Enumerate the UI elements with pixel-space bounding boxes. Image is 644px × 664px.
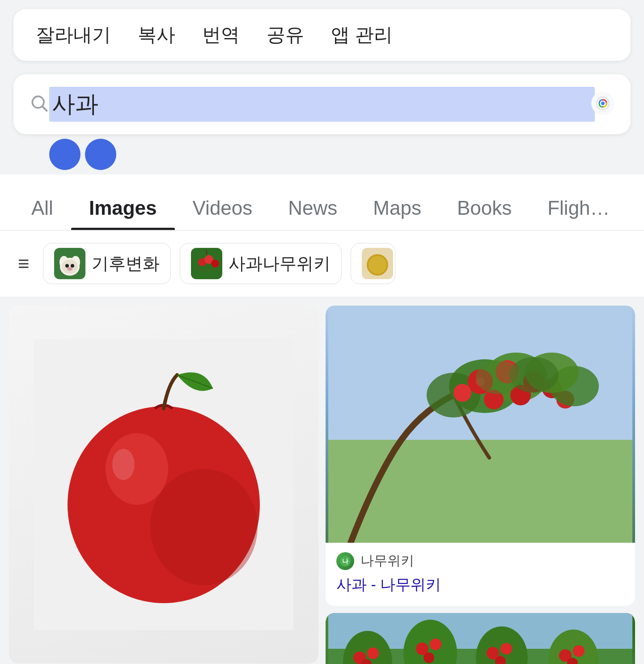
svg-point-53 [367,647,379,659]
tab-all[interactable]: All [13,188,71,230]
cursor-indicator [13,134,631,175]
tab-videos[interactable]: Videos [175,188,271,230]
svg-point-26 [112,449,135,480]
search-bar[interactable]: 사과 [13,74,631,134]
svg-point-12 [67,267,72,271]
svg-point-16 [211,260,219,268]
namuwiki-info: 나 나무위키 사과 - 나무위키 [326,543,635,606]
image-grid: 나 나무위키 사과 - 나무위키 [0,297,644,664]
svg-point-24 [150,469,258,585]
tab-bar: All Images Videos News Maps Books Fligh… [0,175,644,230]
namuwiki-logo-icon: 나 [336,552,354,570]
copy-button[interactable]: 복사 [138,22,175,47]
svg-text:나: 나 [342,558,349,565]
chip-thumb-climate [54,248,85,279]
svg-point-68 [573,645,585,657]
tab-books[interactable]: Books [439,188,530,230]
filter-bar: ≡ 기후변화 [0,230,644,297]
svg-point-63 [500,643,512,655]
svg-line-1 [42,106,47,111]
cursor-dot-left [49,139,80,170]
apple-tree-svg [326,306,635,543]
orchard-card[interactable] [326,613,635,664]
chip-thumb-wiki [191,248,222,279]
filter-icon[interactable]: ≡ [13,252,34,275]
apple-tree-image [326,306,635,543]
chip-label-wiki: 사과나무위키 [229,252,330,275]
svg-point-11 [71,264,74,268]
tab-news[interactable]: News [270,188,355,230]
svg-point-20 [369,256,386,274]
search-icon [30,94,49,115]
svg-point-4 [601,102,605,105]
tab-flights[interactable]: Fligh… [530,188,627,230]
chip-wiki[interactable]: 사과나무위키 [180,243,342,284]
chip-climate[interactable]: 기후변화 [43,243,171,284]
namuwiki-site-label: 나무위키 [360,552,414,570]
apple-svg [34,339,293,630]
app-manage-button[interactable]: 앱 관리 [331,22,393,47]
svg-point-44 [476,360,521,394]
svg-point-37 [453,384,471,402]
namuwiki-title[interactable]: 사과 - 나무위키 [336,575,624,595]
svg-point-59 [424,652,434,663]
search-bar-container: 사과 [13,74,631,134]
lens-icon[interactable] [591,92,614,117]
svg-point-58 [430,638,441,650]
translate-button[interactable]: 번역 [202,22,240,47]
namuwiki-header: 나 나무위키 [336,552,624,570]
left-column [9,306,318,664]
chip-label-climate: 기후변화 [92,252,160,275]
tab-maps[interactable]: Maps [355,188,439,230]
svg-point-9 [62,260,78,274]
tab-images[interactable]: Images [71,188,175,230]
apple-tree-card[interactable]: 나 나무위키 사과 - 나무위키 [326,306,635,606]
chip-partial[interactable] [351,243,395,284]
apple-single-card[interactable] [9,306,318,664]
context-menu: 잘라내기 복사 번역 공유 앱 관리 [13,9,631,61]
share-button[interactable]: 공유 [267,22,304,47]
orchard-image [326,613,635,664]
apple-single-image [9,306,318,664]
right-column: 나 나무위키 사과 - 나무위키 [326,306,635,664]
search-query[interactable]: 사과 [49,87,595,122]
svg-point-10 [65,264,69,268]
orchard-svg [326,613,635,664]
cursor-dot-right [85,139,116,170]
chip-thumb-partial [362,248,393,279]
cut-button[interactable]: 잘라내기 [36,22,111,47]
